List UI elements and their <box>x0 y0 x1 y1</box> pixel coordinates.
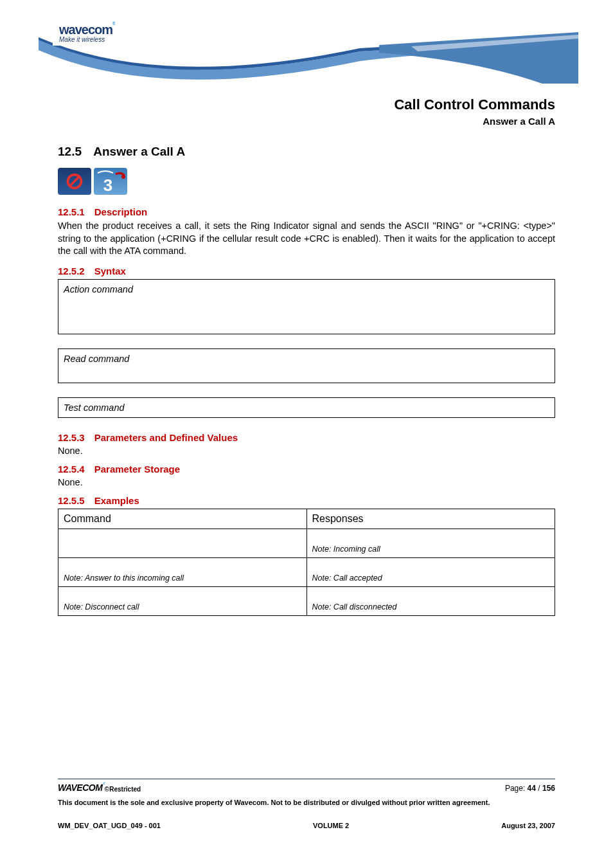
examples-table: Command Responses Note: Incoming call No… <box>58 509 555 616</box>
examples-heading: 12.5.5 Examples <box>58 495 555 506</box>
resp-cell: Note: Incoming call <box>306 529 555 557</box>
svg-point-2 <box>121 175 125 179</box>
svg-line-1 <box>70 177 80 186</box>
footer-page: Page: 44 / 156 <box>505 784 555 793</box>
storage-heading: 12.5.4 Parameter Storage <box>58 464 555 475</box>
page-content: Call Control Commands Answer a Call A 12… <box>0 84 613 616</box>
page-subtitle: Answer a Call A <box>58 116 555 127</box>
cmd-note: Note: Disconnect call <box>64 602 139 611</box>
logo-swirl-icon: ᵋ <box>112 19 115 30</box>
brand-logo-block: wavecomᵋ Make it wireless <box>53 18 121 46</box>
description-heading: 12.5.1 Description <box>58 206 555 217</box>
action-command-label: Action command <box>64 284 133 294</box>
col-command: Command <box>58 509 307 529</box>
read-command-label: Read command <box>64 354 129 364</box>
resp-note: Note: Incoming call <box>312 545 380 554</box>
resp-note: Note: Call disconnected <box>312 602 397 611</box>
3g-icon: 3 <box>94 168 127 195</box>
footer-brand: wavecomᵋ <box>58 782 105 793</box>
parameters-heading: 12.5.3 Parameters and Defined Values <box>58 432 555 443</box>
page-footer: wavecomᵋ©Restricted Page: 44 / 156 This … <box>58 779 555 830</box>
page-sep: / <box>536 784 542 793</box>
page-label: Page: <box>505 784 528 793</box>
resp-cell: Note: Call accepted <box>306 557 555 586</box>
footer-disclaimer: This document is the sole and exclusive … <box>58 798 555 808</box>
resp-cell: Note: Call disconnected <box>306 586 555 615</box>
brand-name: wavecom <box>59 23 112 37</box>
description-body: When the product receives a call, it set… <box>58 220 555 258</box>
storage-body: None. <box>58 477 555 487</box>
logo-swirl-icon: ᵋ <box>102 781 105 788</box>
page-current: 44 <box>528 784 536 793</box>
table-row: Note: Answer to this incoming call Note:… <box>58 557 555 586</box>
header-banner: wavecomᵋ Make it wireless <box>0 0 613 84</box>
test-command-label: Test command <box>64 402 125 413</box>
svg-text:3: 3 <box>103 176 112 195</box>
page-total: 156 <box>542 784 555 793</box>
footer-divider <box>58 779 555 779</box>
section-heading: 12.5 Answer a Call A <box>58 145 555 159</box>
no-sim-icon <box>58 168 91 195</box>
footer-volume: VOLUME 2 <box>313 822 349 829</box>
table-row: Note: Disconnect call Note: Call disconn… <box>58 586 555 615</box>
cmd-cell: Note: Answer to this incoming call <box>58 557 307 586</box>
table-header-row: Command Responses <box>58 509 555 529</box>
page-title: Call Control Commands <box>58 96 555 113</box>
parameters-body: None. <box>58 446 555 456</box>
action-command-box: Action command <box>58 279 555 334</box>
footer-docid: WM_DEV_OAT_UGD_049 - 001 <box>58 822 161 829</box>
footer-restricted: ©Restricted <box>105 785 141 792</box>
footer-date: August 23, 2007 <box>501 822 555 829</box>
test-command-box: Test command <box>58 397 555 418</box>
cmd-cell: Note: Disconnect call <box>58 586 307 615</box>
footer-line2: WM_DEV_OAT_UGD_049 - 001 VOLUME 2 August… <box>58 822 555 829</box>
table-row: Note: Incoming call <box>58 529 555 557</box>
resp-note: Note: Call accepted <box>312 574 382 583</box>
brand-logo-text: wavecomᵋ <box>59 21 115 37</box>
compatibility-icons: 3 <box>58 168 555 195</box>
cmd-note: Note: Answer to this incoming call <box>64 574 184 583</box>
col-responses: Responses <box>306 509 555 529</box>
footer-line1: wavecomᵋ©Restricted Page: 44 / 156 <box>58 782 555 793</box>
read-command-box: Read command <box>58 348 555 383</box>
syntax-heading: 12.5.2 Syntax <box>58 266 555 276</box>
footer-brand-block: wavecomᵋ©Restricted <box>58 782 141 793</box>
cmd-cell <box>58 529 307 557</box>
